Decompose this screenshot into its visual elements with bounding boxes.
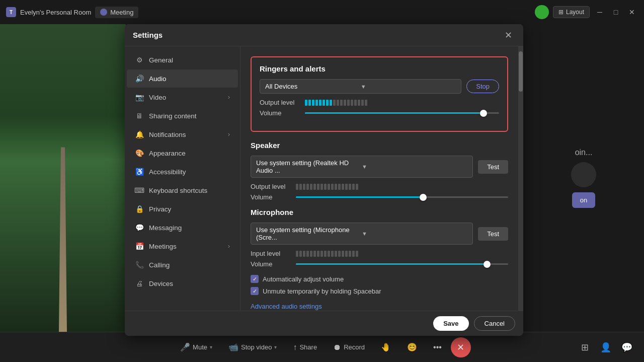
nav-item-general[interactable]: ⚙ General xyxy=(127,51,238,69)
advanced-audio-link[interactable]: Advanced audio settings xyxy=(251,303,322,310)
speaker-volume-row: Volume xyxy=(251,193,508,201)
layout-button[interactable]: ⊞ Layout xyxy=(553,6,590,18)
join-on-button[interactable]: on xyxy=(572,192,595,208)
speaker-device-dropdown[interactable]: Use system setting (Realtek HD Audio ...… xyxy=(251,156,473,178)
nav-item-messaging[interactable]: 💬 Messaging xyxy=(127,219,238,237)
advanced-link-container: Advanced audio settings xyxy=(251,302,508,310)
mic-bar-15 xyxy=(345,251,348,257)
nav-notifications-label: Notifications xyxy=(149,131,186,138)
nav-calling-label: Calling xyxy=(149,261,170,269)
sp-bar-14 xyxy=(342,184,344,190)
speaker-output-level-row: Output level xyxy=(251,183,508,190)
ringers-volume-slider[interactable] xyxy=(305,112,499,114)
level-bar-10 xyxy=(337,100,339,106)
mic-device-dropdown[interactable]: Use system setting (Microphone (Scre... … xyxy=(251,223,473,245)
emoji-icon: 😊 xyxy=(407,342,417,352)
nav-keyboard-label: Keyboard shortcuts xyxy=(149,187,207,194)
record-icon: ⏺ xyxy=(333,343,341,352)
settings-content: Ringers and alerts All Devices ▼ Stop Ou… xyxy=(240,46,518,311)
messaging-icon: 💬 xyxy=(135,223,144,232)
dialog-close-button[interactable]: ✕ xyxy=(501,28,515,42)
level-bar-13 xyxy=(347,100,350,106)
nav-item-calling[interactable]: 📞 Calling xyxy=(127,256,238,274)
save-button[interactable]: Save xyxy=(433,316,468,331)
personal-room-title: Evelyn's Personal Room xyxy=(20,9,91,16)
sp-bar-6 xyxy=(313,184,316,190)
maximize-button[interactable]: □ xyxy=(610,6,622,18)
speaker-volume-slider[interactable] xyxy=(296,196,508,198)
mic-test-button[interactable]: Test xyxy=(478,227,508,241)
stop-video-button[interactable]: 📹 Stop video ▾ xyxy=(221,339,284,355)
meeting-tab[interactable]: Meeting xyxy=(95,7,138,18)
ringers-title: Ringers and alerts xyxy=(260,64,499,73)
sp-bar-13 xyxy=(338,184,341,190)
nav-appearance-label: Appearance xyxy=(149,150,186,157)
cancel-button[interactable]: Cancel xyxy=(474,316,515,331)
nav-item-meetings[interactable]: 📅 Meetings › xyxy=(127,237,238,255)
scrollbar-track[interactable] xyxy=(518,46,523,311)
level-bar-15 xyxy=(354,100,357,106)
scrollbar-thumb[interactable] xyxy=(519,51,523,92)
meeting-tab-label: Meeting xyxy=(110,9,133,16)
level-bar-3 xyxy=(312,100,314,106)
emoji-reactions-button[interactable]: 😊 xyxy=(400,339,424,355)
nav-item-privacy[interactable]: 🔒 Privacy xyxy=(127,200,238,218)
sp-bar-11 xyxy=(331,184,334,190)
unmute-spacebar-checkbox[interactable]: ✓ xyxy=(251,287,259,295)
level-bar-5 xyxy=(319,100,321,106)
nav-messaging-label: Messaging xyxy=(149,224,182,232)
meetings-chevron-icon: › xyxy=(228,243,230,250)
people-button[interactable]: 👤 xyxy=(597,338,615,356)
share-button[interactable]: ↑ Share xyxy=(286,340,324,355)
nav-item-video[interactable]: 📷 Video › xyxy=(127,88,238,106)
nav-audio-label: Audio xyxy=(149,75,167,83)
level-bar-7 xyxy=(326,100,329,106)
mic-volume-slider[interactable] xyxy=(296,263,508,265)
ringers-volume-label: Volume xyxy=(260,109,300,117)
ringers-stop-button[interactable]: Stop xyxy=(466,80,499,93)
unmute-spacebar-row: ✓ Unmute temporarily by holding Spacebar xyxy=(251,287,508,295)
end-call-button[interactable]: ✕ xyxy=(451,337,471,357)
close-window-button[interactable]: ✕ xyxy=(626,6,638,18)
nav-item-keyboard[interactable]: ⌨ Keyboard shortcuts xyxy=(127,181,238,199)
ringers-volume-thumb[interactable] xyxy=(480,110,487,117)
nav-devices-label: Devices xyxy=(149,280,173,287)
settings-nav: ⚙ General 🔊 Audio 📷 Video › 🖥 Sharin xyxy=(125,46,240,311)
record-button[interactable]: ⏺ Record xyxy=(326,340,372,355)
audio-icon: 🔊 xyxy=(135,74,144,83)
sp-bar-8 xyxy=(320,184,323,190)
level-bar-4 xyxy=(315,100,318,106)
mic-bar-9 xyxy=(324,251,327,257)
sp-bar-17 xyxy=(352,184,355,190)
mic-input-level-row: Input level xyxy=(251,250,508,257)
auto-adjust-label: Automatically adjust volume xyxy=(263,275,344,283)
speaker-volume-thumb[interactable] xyxy=(420,194,427,201)
nav-item-appearance[interactable]: 🎨 Appearance xyxy=(127,144,238,162)
nav-item-sharing[interactable]: 🖥 Sharing content xyxy=(127,107,238,125)
chat-icon: 💬 xyxy=(621,342,632,353)
nav-item-notifications[interactable]: 🔔 Notifications › xyxy=(127,125,238,143)
participants-button[interactable]: ⊞ xyxy=(576,338,594,356)
nav-item-devices[interactable]: 🖨 Devices xyxy=(127,274,238,293)
ringers-device-value: All Devices xyxy=(265,83,361,90)
mic-volume-fill xyxy=(296,263,487,265)
speaker-test-button[interactable]: Test xyxy=(478,160,508,174)
settings-dialog: Settings ✕ ⚙ General 🔊 Audio 📷 xyxy=(125,24,523,336)
speaker-level-bars xyxy=(296,184,508,190)
chat-button[interactable]: 💬 xyxy=(618,338,636,356)
mute-button[interactable]: 🎤 Mute ▾ xyxy=(173,339,219,355)
ringers-device-dropdown[interactable]: All Devices ▼ xyxy=(260,79,461,94)
nav-item-audio[interactable]: 🔊 Audio xyxy=(127,69,238,88)
sp-bar-16 xyxy=(349,184,351,190)
notifications-chevron-icon: › xyxy=(228,131,230,138)
reactions-button[interactable]: 🤚 xyxy=(374,339,398,355)
nav-item-accessibility[interactable]: ♿ Accessibility xyxy=(127,163,238,181)
minimize-button[interactable]: ─ xyxy=(594,6,606,18)
mic-bar-4 xyxy=(306,251,309,257)
nav-video-label: Video xyxy=(149,94,166,101)
mute-chevron-icon: ▾ xyxy=(210,344,212,350)
auto-adjust-checkbox[interactable]: ✓ xyxy=(251,275,259,283)
mic-volume-thumb[interactable] xyxy=(484,261,491,268)
mute-icon: 🎤 xyxy=(180,342,190,352)
more-button[interactable]: ••• xyxy=(426,340,449,355)
